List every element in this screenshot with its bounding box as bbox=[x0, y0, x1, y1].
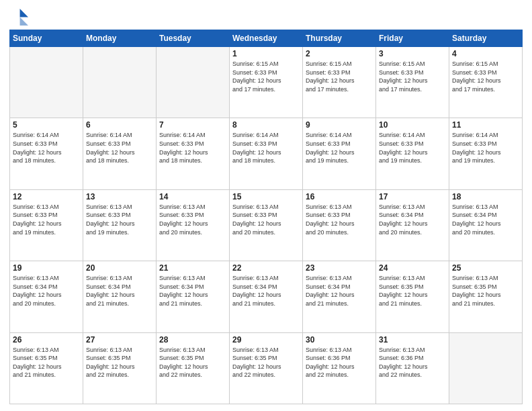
calendar-day-cell: 29Sunrise: 6:13 AM Sunset: 6:35 PM Dayli… bbox=[230, 332, 303, 404]
day-number: 2 bbox=[306, 49, 373, 58]
calendar-day-cell: 14Sunrise: 6:13 AM Sunset: 6:33 PM Dayli… bbox=[157, 189, 230, 261]
day-of-week-header: Sunday bbox=[10, 30, 83, 47]
calendar-week-row: 19Sunrise: 6:13 AM Sunset: 6:34 PM Dayli… bbox=[10, 261, 523, 332]
day-number: 8 bbox=[232, 120, 300, 130]
day-info: Sunrise: 6:13 AM Sunset: 6:34 PM Dayligh… bbox=[159, 274, 226, 308]
calendar-day-cell: 28Sunrise: 6:13 AM Sunset: 6:35 PM Dayli… bbox=[157, 332, 230, 404]
calendar-day-cell: 15Sunrise: 6:13 AM Sunset: 6:33 PM Dayli… bbox=[230, 189, 303, 261]
calendar-week-row: 26Sunrise: 6:13 AM Sunset: 6:35 PM Dayli… bbox=[10, 332, 523, 404]
day-info: Sunrise: 6:13 AM Sunset: 6:35 PM Dayligh… bbox=[159, 346, 226, 379]
calendar-day-cell: 8Sunrise: 6:14 AM Sunset: 6:33 PM Daylig… bbox=[230, 118, 303, 189]
day-info: Sunrise: 6:13 AM Sunset: 6:34 PM Dayligh… bbox=[452, 203, 519, 236]
day-number: 23 bbox=[306, 263, 373, 273]
day-info: Sunrise: 6:13 AM Sunset: 6:36 PM Dayligh… bbox=[379, 346, 446, 379]
day-number: 26 bbox=[13, 335, 80, 345]
day-of-week-header: Monday bbox=[83, 30, 157, 47]
calendar-day-cell: 25Sunrise: 6:13 AM Sunset: 6:35 PM Dayli… bbox=[449, 261, 523, 332]
calendar-day-cell: 9Sunrise: 6:14 AM Sunset: 6:33 PM Daylig… bbox=[303, 118, 376, 189]
calendar-day-cell: 23Sunrise: 6:13 AM Sunset: 6:34 PM Dayli… bbox=[303, 261, 376, 332]
day-number: 5 bbox=[13, 120, 80, 130]
day-info: Sunrise: 6:13 AM Sunset: 6:35 PM Dayligh… bbox=[379, 274, 446, 308]
logo-icon bbox=[9, 7, 28, 26]
day-number: 4 bbox=[452, 49, 519, 58]
day-info: Sunrise: 6:13 AM Sunset: 6:34 PM Dayligh… bbox=[86, 274, 153, 308]
day-number: 18 bbox=[452, 192, 519, 201]
day-info: Sunrise: 6:15 AM Sunset: 6:33 PM Dayligh… bbox=[306, 60, 373, 93]
day-info: Sunrise: 6:13 AM Sunset: 6:34 PM Dayligh… bbox=[13, 274, 80, 308]
day-info: Sunrise: 6:13 AM Sunset: 6:35 PM Dayligh… bbox=[452, 274, 519, 308]
day-number: 22 bbox=[232, 263, 300, 273]
day-number: 9 bbox=[306, 120, 373, 130]
day-info: Sunrise: 6:14 AM Sunset: 6:33 PM Dayligh… bbox=[232, 131, 300, 165]
day-info: Sunrise: 6:14 AM Sunset: 6:33 PM Dayligh… bbox=[86, 131, 153, 165]
header bbox=[9, 7, 523, 26]
day-number: 25 bbox=[452, 263, 519, 273]
day-info: Sunrise: 6:13 AM Sunset: 6:33 PM Dayligh… bbox=[306, 203, 373, 236]
page: SundayMondayTuesdayWednesdayThursdayFrid… bbox=[0, 0, 532, 411]
day-info: Sunrise: 6:15 AM Sunset: 6:33 PM Dayligh… bbox=[452, 60, 519, 93]
calendar-day-cell: 11Sunrise: 6:14 AM Sunset: 6:33 PM Dayli… bbox=[449, 118, 523, 189]
day-of-week-header: Thursday bbox=[303, 30, 376, 47]
day-info: Sunrise: 6:14 AM Sunset: 6:33 PM Dayligh… bbox=[452, 131, 519, 165]
calendar-day-cell: 20Sunrise: 6:13 AM Sunset: 6:34 PM Dayli… bbox=[83, 261, 157, 332]
day-number: 30 bbox=[306, 335, 373, 345]
calendar-day-cell: 31Sunrise: 6:13 AM Sunset: 6:36 PM Dayli… bbox=[376, 332, 449, 404]
day-number: 24 bbox=[379, 263, 446, 273]
day-number: 31 bbox=[379, 335, 446, 345]
calendar-day-cell: 17Sunrise: 6:13 AM Sunset: 6:34 PM Dayli… bbox=[376, 189, 449, 261]
calendar-day-cell: 22Sunrise: 6:13 AM Sunset: 6:34 PM Dayli… bbox=[230, 261, 303, 332]
calendar-week-row: 5Sunrise: 6:14 AM Sunset: 6:33 PM Daylig… bbox=[10, 118, 523, 189]
day-number: 28 bbox=[159, 335, 226, 345]
day-info: Sunrise: 6:14 AM Sunset: 6:33 PM Dayligh… bbox=[379, 131, 446, 165]
calendar-week-row: 12Sunrise: 6:13 AM Sunset: 6:33 PM Dayli… bbox=[10, 189, 523, 261]
day-number: 10 bbox=[379, 120, 446, 130]
calendar-header-row: SundayMondayTuesdayWednesdayThursdayFrid… bbox=[10, 30, 523, 47]
day-info: Sunrise: 6:13 AM Sunset: 6:33 PM Dayligh… bbox=[86, 203, 153, 236]
day-info: Sunrise: 6:15 AM Sunset: 6:33 PM Dayligh… bbox=[379, 60, 446, 93]
day-number: 16 bbox=[306, 192, 373, 201]
day-info: Sunrise: 6:13 AM Sunset: 6:36 PM Dayligh… bbox=[306, 346, 373, 379]
day-info: Sunrise: 6:13 AM Sunset: 6:34 PM Dayligh… bbox=[306, 274, 373, 308]
day-number: 6 bbox=[86, 120, 153, 130]
calendar-day-cell: 30Sunrise: 6:13 AM Sunset: 6:36 PM Dayli… bbox=[303, 332, 376, 404]
day-number: 21 bbox=[159, 263, 226, 273]
calendar-day-cell: 5Sunrise: 6:14 AM Sunset: 6:33 PM Daylig… bbox=[10, 118, 83, 189]
day-of-week-header: Tuesday bbox=[157, 30, 230, 47]
calendar-day-cell bbox=[10, 47, 83, 118]
day-info: Sunrise: 6:13 AM Sunset: 6:35 PM Dayligh… bbox=[13, 346, 80, 379]
calendar-day-cell: 10Sunrise: 6:14 AM Sunset: 6:33 PM Dayli… bbox=[376, 118, 449, 189]
calendar-day-cell: 21Sunrise: 6:13 AM Sunset: 6:34 PM Dayli… bbox=[157, 261, 230, 332]
day-of-week-header: Wednesday bbox=[230, 30, 303, 47]
calendar-day-cell: 3Sunrise: 6:15 AM Sunset: 6:33 PM Daylig… bbox=[376, 47, 449, 118]
day-of-week-header: Saturday bbox=[449, 30, 523, 47]
calendar-day-cell: 2Sunrise: 6:15 AM Sunset: 6:33 PM Daylig… bbox=[303, 47, 376, 118]
day-number: 13 bbox=[86, 192, 153, 201]
day-info: Sunrise: 6:15 AM Sunset: 6:33 PM Dayligh… bbox=[232, 60, 300, 93]
day-number: 12 bbox=[13, 192, 80, 201]
calendar-day-cell bbox=[83, 47, 157, 118]
day-number: 3 bbox=[379, 49, 446, 58]
calendar-table: SundayMondayTuesdayWednesdayThursdayFrid… bbox=[9, 30, 523, 404]
day-number: 7 bbox=[159, 120, 226, 130]
day-info: Sunrise: 6:13 AM Sunset: 6:35 PM Dayligh… bbox=[86, 346, 153, 379]
calendar-day-cell: 12Sunrise: 6:13 AM Sunset: 6:33 PM Dayli… bbox=[10, 189, 83, 261]
calendar-day-cell: 27Sunrise: 6:13 AM Sunset: 6:35 PM Dayli… bbox=[83, 332, 157, 404]
day-number: 20 bbox=[86, 263, 153, 273]
day-info: Sunrise: 6:14 AM Sunset: 6:33 PM Dayligh… bbox=[159, 131, 226, 165]
day-info: Sunrise: 6:14 AM Sunset: 6:33 PM Dayligh… bbox=[13, 131, 80, 165]
calendar-day-cell: 13Sunrise: 6:13 AM Sunset: 6:33 PM Dayli… bbox=[83, 189, 157, 261]
day-info: Sunrise: 6:13 AM Sunset: 6:33 PM Dayligh… bbox=[232, 203, 300, 236]
calendar-day-cell: 26Sunrise: 6:13 AM Sunset: 6:35 PM Dayli… bbox=[10, 332, 83, 404]
calendar-day-cell: 4Sunrise: 6:15 AM Sunset: 6:33 PM Daylig… bbox=[449, 47, 523, 118]
day-number: 14 bbox=[159, 192, 226, 201]
day-number: 17 bbox=[379, 192, 446, 201]
calendar-day-cell bbox=[157, 47, 230, 118]
day-info: Sunrise: 6:13 AM Sunset: 6:35 PM Dayligh… bbox=[232, 346, 300, 379]
calendar-week-row: 1Sunrise: 6:15 AM Sunset: 6:33 PM Daylig… bbox=[10, 47, 523, 118]
day-number: 29 bbox=[232, 335, 300, 345]
svg-marker-1 bbox=[20, 17, 28, 26]
day-number: 1 bbox=[232, 49, 300, 58]
day-number: 19 bbox=[13, 263, 80, 273]
logo bbox=[9, 7, 30, 26]
day-info: Sunrise: 6:13 AM Sunset: 6:34 PM Dayligh… bbox=[379, 203, 446, 236]
